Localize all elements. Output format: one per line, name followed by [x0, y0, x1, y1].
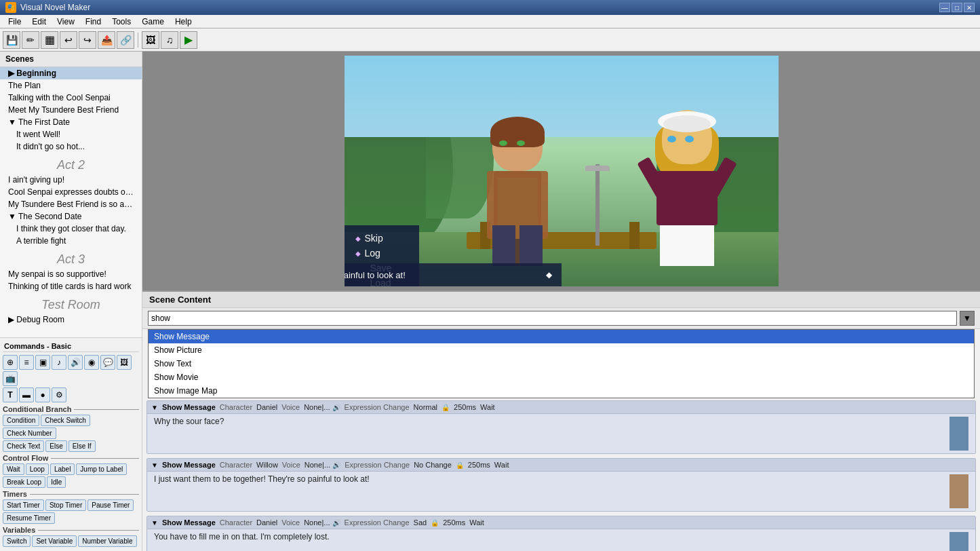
- music-button[interactable]: ♫: [161, 31, 178, 49]
- scene-item-fight[interactable]: A terrible fight: [0, 235, 142, 247]
- scene-item-notwell[interactable]: It didn't go so hot...: [0, 140, 142, 153]
- menu-game[interactable]: Game: [136, 16, 170, 28]
- grid-button[interactable]: ▦: [41, 31, 58, 49]
- check-switch-btn[interactable]: Check Switch: [41, 415, 90, 426]
- maximize-button[interactable]: □: [952, 3, 962, 12]
- check-number-btn[interactable]: Check Number: [3, 428, 56, 439]
- speaker-btn[interactable]: 🔊: [68, 355, 83, 370]
- menu-help[interactable]: Help: [170, 16, 197, 28]
- redo-button[interactable]: ↪: [79, 31, 96, 49]
- minimize-button[interactable]: —: [939, 3, 950, 12]
- save-button[interactable]: 💾: [3, 31, 20, 49]
- skip-option[interactable]: ◆Skip: [355, 231, 408, 246]
- stop-timer-btn[interactable]: Stop Timer: [45, 499, 86, 511]
- note-btn[interactable]: ♪: [52, 355, 66, 370]
- start-timer-btn[interactable]: Start Timer: [3, 499, 44, 511]
- jump-label-btn[interactable]: Jump to Label: [76, 463, 127, 475]
- entry2-text: I just want them to be together! They're…: [154, 474, 944, 484]
- scene-item-beginning[interactable]: ▶ Beginning: [0, 67, 142, 79]
- num-var-btn[interactable]: Number Variable: [78, 535, 136, 547]
- scene-item-tsundere[interactable]: My Tsundere Best Friend is so annoying!: [0, 198, 142, 210]
- switch-btn[interactable]: Switch: [3, 535, 31, 547]
- lock2-icon: 🔒: [456, 461, 464, 469]
- cmd-entry-1-header: ▼ Show Message Character Daniel Voice No…: [147, 401, 975, 414]
- option-show-movie[interactable]: Show Movie: [149, 370, 974, 384]
- text-btn[interactable]: T: [3, 387, 18, 402]
- set-var-btn[interactable]: Set Variable: [32, 535, 77, 547]
- circle-btn[interactable]: ◉: [84, 355, 99, 370]
- entry3-char-label: Character: [220, 518, 252, 527]
- break-loop-btn[interactable]: Break Loop: [3, 476, 45, 488]
- entry3-delay: 250ms: [443, 518, 465, 527]
- circle2-btn[interactable]: ●: [35, 387, 50, 402]
- chat-btn[interactable]: 💬: [100, 355, 115, 370]
- option-show-message[interactable]: Show Message: [149, 330, 974, 343]
- image-button[interactable]: 🖼: [142, 31, 159, 49]
- play-button[interactable]: ▶: [180, 31, 197, 49]
- timers-label: Timers: [3, 490, 139, 498]
- rect-btn[interactable]: ▬: [19, 387, 34, 402]
- dialog-text: I just want them to be together! They're…: [345, 270, 541, 280]
- export-button[interactable]: 📤: [98, 31, 115, 49]
- dialog-diamond: ◆: [546, 270, 552, 280]
- act3-header: Act 3: [0, 247, 142, 268]
- else-btn[interactable]: Else: [45, 440, 66, 452]
- testroom-header: Test Room: [0, 292, 142, 314]
- gear-btn[interactable]: ⚙: [52, 387, 66, 402]
- idle-btn[interactable]: Idle: [47, 476, 66, 488]
- cmd-entry-3-header: ▼ Show Message Character Daniel Voice No…: [147, 516, 975, 529]
- scene-item-firstdate[interactable]: ▼ The First Date: [0, 116, 142, 128]
- scene-item-debugroom[interactable]: ▶ Debug Room: [0, 314, 142, 326]
- scene-item-bestfriend[interactable]: Meet My Tsundere Best Friend: [0, 104, 142, 116]
- pause-timer-btn[interactable]: Pause Timer: [87, 499, 134, 511]
- menu-file[interactable]: File: [3, 16, 26, 28]
- log-option[interactable]: ◆Log: [355, 246, 408, 261]
- scene-item-seconddate[interactable]: ▼ The Second Date: [0, 210, 142, 223]
- scene-item-supportive[interactable]: My senpai is so supportive!: [0, 268, 142, 280]
- preview-area: ◆Skip ◆Log Save Load Title Willow I just…: [142, 52, 980, 290]
- list-btn[interactable]: ≡: [19, 355, 34, 370]
- close-button[interactable]: ✕: [964, 3, 975, 12]
- menu-edit[interactable]: Edit: [26, 16, 52, 28]
- scene-item-notgiving[interactable]: I ain't giving up!: [0, 174, 142, 186]
- command-search-input[interactable]: [148, 311, 957, 326]
- entry2-voice: None|... 🔊: [305, 461, 340, 469]
- check-text-btn[interactable]: Check Text: [3, 440, 44, 452]
- add-cmd-btn[interactable]: ⊕: [3, 355, 18, 370]
- option-show-text[interactable]: Show Text: [149, 357, 974, 370]
- scene-item-titlecards[interactable]: Thinking of title cards is hard work: [0, 280, 142, 292]
- resume-timer-btn[interactable]: Resume Timer: [3, 512, 55, 524]
- entry2-toggle[interactable]: ▼: [151, 461, 158, 469]
- scene-item-wentwell[interactable]: It went Well!: [0, 128, 142, 140]
- img-btn[interactable]: 🖼: [117, 355, 132, 370]
- monitor-btn[interactable]: ▣: [35, 355, 50, 370]
- option-show-picture[interactable]: Show Picture: [149, 343, 974, 357]
- entry1-toggle[interactable]: ▼: [151, 404, 158, 411]
- share-button[interactable]: 🔗: [117, 31, 134, 49]
- scene-content-header: Scene Content: [142, 292, 980, 308]
- scene-item-plan[interactable]: The Plan: [0, 79, 142, 92]
- menubar: File Edit View Find Tools Game Help: [0, 15, 980, 28]
- separator: [138, 33, 138, 48]
- entry2-char-label: Character: [220, 461, 252, 469]
- condition-btn[interactable]: Condition: [3, 415, 39, 426]
- undo-button[interactable]: ↩: [60, 31, 77, 49]
- pencil-button[interactable]: ✏: [22, 31, 39, 49]
- loop-btn[interactable]: Loop: [26, 463, 49, 475]
- screen-btn[interactable]: 📺: [3, 371, 18, 386]
- option-show-image-map[interactable]: Show Image Map: [149, 384, 974, 398]
- dropdown-arrow[interactable]: ▼: [960, 311, 975, 326]
- menu-tools[interactable]: Tools: [106, 16, 136, 28]
- scene-item-senpai[interactable]: Talking with the Cool Senpai: [0, 92, 142, 104]
- wait-btn[interactable]: Wait: [3, 463, 24, 475]
- entry1-type: Show Message: [162, 403, 216, 411]
- entry1-text: Why the sour face?: [154, 417, 944, 426]
- menu-find[interactable]: Find: [80, 16, 106, 28]
- scene-item-cooldoubts[interactable]: Cool Senpai expresses doubts on my plan!: [0, 186, 142, 198]
- label-btn[interactable]: Label: [50, 463, 75, 475]
- scene-item-closer[interactable]: I think they got closer that day.: [0, 223, 142, 235]
- entry1-expr-label: Expression Change: [345, 403, 410, 411]
- else-if-btn[interactable]: Else If: [68, 440, 96, 452]
- menu-view[interactable]: View: [52, 16, 80, 28]
- entry3-toggle[interactable]: ▼: [151, 519, 158, 527]
